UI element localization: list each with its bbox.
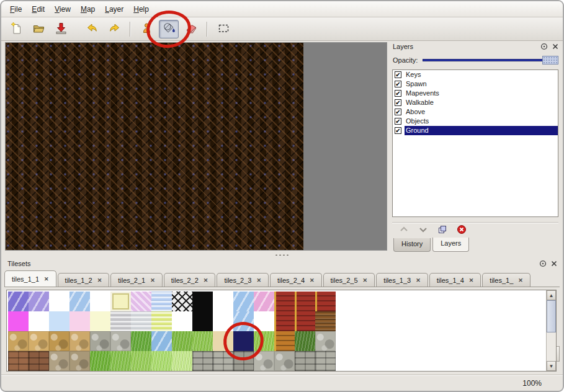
tab-close-icon[interactable]: ✕ <box>363 277 368 283</box>
layer-visibility-checkbox[interactable]: ✔ <box>395 118 401 125</box>
float-pane-icon[interactable] <box>540 43 548 51</box>
tile-2-6[interactable] <box>131 331 151 351</box>
layer-row-keys[interactable]: ✔Keys <box>393 70 558 79</box>
menu-help[interactable]: Help <box>128 2 154 16</box>
move-layer-up-button[interactable] <box>398 225 410 236</box>
tile-0-0[interactable] <box>8 292 29 311</box>
tileset-tab-tiles_2_4[interactable]: tiles_2_4✕ <box>270 273 322 287</box>
panel-tab-layers[interactable]: Layers <box>432 238 469 252</box>
tile-0-13[interactable] <box>274 292 295 311</box>
tile-1-7[interactable] <box>151 311 172 331</box>
stamp-tool-button[interactable] <box>137 20 156 38</box>
tile-0-15[interactable] <box>315 292 336 311</box>
tile-2-9[interactable] <box>192 331 213 351</box>
layer-row-objects[interactable]: ✔Objects <box>393 117 558 126</box>
tile-3-6[interactable] <box>131 351 151 371</box>
redo-button[interactable] <box>104 20 124 38</box>
save-file-button[interactable] <box>51 20 71 38</box>
tile-0-7[interactable] <box>151 292 172 311</box>
layer-row-walkable[interactable]: ✔Walkable <box>393 98 558 107</box>
tile-3-14[interactable] <box>295 351 315 371</box>
tile-0-14[interactable] <box>295 292 315 311</box>
tile-2-15[interactable] <box>315 331 336 351</box>
layer-visibility-checkbox[interactable]: ✔ <box>395 90 401 97</box>
tab-close-icon[interactable]: ✕ <box>44 276 49 282</box>
menu-file[interactable]: File <box>5 2 27 16</box>
new-file-button[interactable] <box>6 20 26 38</box>
menu-layer[interactable]: Layer <box>100 2 128 16</box>
map-viewport[interactable] <box>5 42 387 251</box>
tile-3-10[interactable] <box>213 351 233 371</box>
scroll-down-button[interactable]: ▼ <box>547 361 556 371</box>
tile-0-2[interactable] <box>49 292 69 311</box>
tile-0-6[interactable] <box>131 292 151 311</box>
tile-3-12[interactable] <box>254 351 274 371</box>
tile-0-5[interactable] <box>110 292 131 311</box>
tile-0-9[interactable] <box>192 292 213 311</box>
layer-visibility-checkbox[interactable]: ✔ <box>395 99 401 106</box>
tileset-tab-tiles_2_3[interactable]: tiles_2_3✕ <box>217 273 269 287</box>
tileset-tab-tiles_1_4[interactable]: tiles_1_4✕ <box>429 273 481 287</box>
tile-3-11[interactable] <box>233 351 254 371</box>
menu-map[interactable]: Map <box>76 2 100 16</box>
tile-1-8[interactable] <box>172 311 192 331</box>
layer-visibility-checkbox[interactable]: ✔ <box>395 71 401 78</box>
tab-close-icon[interactable]: ✕ <box>416 277 421 283</box>
tile-0-1[interactable] <box>29 292 49 311</box>
tile-1-4[interactable] <box>90 311 110 331</box>
tile-1-5[interactable] <box>110 311 131 331</box>
tile-1-3[interactable] <box>69 311 90 331</box>
fill-tool-button[interactable] <box>159 20 179 38</box>
tab-close-icon[interactable]: ✕ <box>256 277 261 283</box>
opacity-slider[interactable] <box>423 55 558 66</box>
tile-0-11[interactable] <box>233 292 254 311</box>
tile-3-3[interactable] <box>69 351 90 371</box>
tile-2-1[interactable] <box>29 331 49 351</box>
tile-0-3[interactable] <box>69 292 90 311</box>
tile-1-0[interactable] <box>8 311 29 331</box>
tile-1-2[interactable] <box>49 311 69 331</box>
tile-3-15[interactable] <box>315 351 336 371</box>
tile-2-8[interactable] <box>172 331 192 351</box>
tile-1-9[interactable] <box>192 311 213 331</box>
rect-select-tool-button[interactable] <box>213 20 233 38</box>
tile-1-15[interactable] <box>315 311 336 331</box>
tab-close-icon[interactable]: ✕ <box>97 277 102 283</box>
eraser-tool-button[interactable] <box>181 20 201 38</box>
duplicate-layer-button[interactable] <box>437 225 448 236</box>
scrollbar-thumb[interactable] <box>547 300 556 332</box>
layer-visibility-checkbox[interactable]: ✔ <box>395 127 401 134</box>
tileset-tab-tiles_2_1[interactable]: tiles_2_1✕ <box>110 273 163 287</box>
tile-2-3[interactable] <box>69 331 90 351</box>
layer-visibility-checkbox[interactable]: ✔ <box>395 81 401 87</box>
close-pane-icon[interactable] <box>550 260 558 268</box>
tile-2-4[interactable] <box>90 331 110 351</box>
tab-close-icon[interactable]: ✕ <box>469 277 474 283</box>
open-file-button[interactable] <box>29 20 48 38</box>
tab-close-icon[interactable]: ✕ <box>204 277 208 283</box>
tile-3-8[interactable] <box>172 351 192 371</box>
map-canvas[interactable] <box>6 43 303 250</box>
layer-row-mapevents[interactable]: ✔Mapevents <box>393 89 558 98</box>
tileset-tab-tiles_2_2[interactable]: tiles_2_2✕ <box>164 273 216 287</box>
tile-0-8[interactable] <box>172 292 192 311</box>
tileset-tab-tiles_1_1[interactable]: tiles_1_1✕ <box>4 270 56 287</box>
tileset-tab-tiles_2_5[interactable]: tiles_2_5✕ <box>323 273 375 287</box>
opacity-slider-handle[interactable] <box>542 56 558 65</box>
tile-2-0[interactable] <box>8 331 29 351</box>
palette-scrollbar[interactable]: ▲ ▼ <box>546 290 556 371</box>
menu-edit[interactable]: Edit <box>27 2 50 16</box>
scrollbar-track[interactable] <box>547 300 556 361</box>
close-pane-icon[interactable] <box>551 43 559 51</box>
tile-2-14[interactable] <box>295 331 315 351</box>
undo-button[interactable] <box>82 20 102 38</box>
tile-3-2[interactable] <box>49 351 69 371</box>
layer-visibility-checkbox[interactable]: ✔ <box>395 109 401 115</box>
tile-1-12[interactable] <box>254 311 274 331</box>
tile-2-7[interactable] <box>151 331 172 351</box>
tile-3-0[interactable] <box>8 351 29 371</box>
tile-1-10[interactable] <box>213 311 233 331</box>
tile-2-5[interactable] <box>110 331 131 351</box>
layer-row-spawn[interactable]: ✔Spawn <box>393 79 558 89</box>
layer-row-ground[interactable]: ✔Ground <box>393 126 558 135</box>
